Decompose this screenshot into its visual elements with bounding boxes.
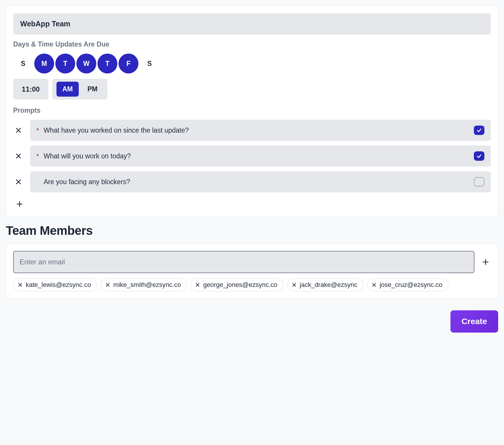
member-email: jack_drake@ezsync — [300, 281, 357, 289]
prompt-field[interactable]: *What will you work on today? — [30, 146, 491, 167]
days-row: SMTWTFS — [13, 54, 491, 73]
required-toggle[interactable] — [474, 126, 484, 135]
email-input[interactable] — [13, 251, 474, 273]
check-icon — [476, 153, 482, 159]
plus-icon — [16, 200, 23, 208]
create-button[interactable]: Create — [450, 310, 498, 333]
prompt-row: *What have you worked on since the last … — [13, 120, 491, 141]
prompt-row: Are you facing any blockers? — [13, 171, 491, 192]
add-prompt-button[interactable] — [14, 199, 25, 209]
team-name-input[interactable] — [13, 13, 491, 35]
member-email: kate_lewis@ezsync.co — [26, 281, 91, 289]
member-chip: jack_drake@ezsync — [287, 278, 364, 291]
add-member-button[interactable] — [480, 257, 491, 267]
member-chip: jose_cruz@ezsync.co — [367, 278, 448, 291]
remove-member-button[interactable] — [292, 282, 297, 287]
remove-prompt-button[interactable] — [13, 125, 24, 136]
prompt-field[interactable]: *What have you worked on since the last … — [30, 120, 491, 141]
remove-member-button[interactable] — [18, 282, 23, 287]
team-members-heading: Team Members — [6, 224, 498, 238]
required-toggle[interactable] — [474, 177, 484, 186]
member-chip: kate_lewis@ezsync.co — [13, 278, 97, 291]
member-email: jose_cruz@ezsync.co — [380, 281, 442, 289]
remove-member-button[interactable] — [105, 282, 110, 287]
time-input[interactable] — [13, 79, 48, 100]
remove-prompt-button[interactable] — [13, 151, 24, 161]
plus-icon — [482, 258, 489, 266]
prompt-text: What will you work on today? — [44, 152, 470, 160]
close-icon — [371, 282, 377, 287]
close-icon — [15, 178, 22, 185]
day-toggle-6[interactable]: S — [140, 54, 160, 73]
close-icon — [15, 153, 22, 160]
close-icon — [292, 282, 297, 287]
day-toggle-1[interactable]: M — [34, 54, 54, 73]
member-email: george_jones@ezsync.co — [203, 281, 277, 289]
team-members-card: kate_lewis@ezsync.comike_smith@ezsync.co… — [6, 244, 498, 299]
prompt-text: What have you worked on since the last u… — [44, 126, 470, 134]
prompt-text: Are you facing any blockers? — [44, 178, 470, 186]
remove-prompt-button[interactable] — [13, 177, 24, 187]
time-row: AM PM — [13, 79, 491, 100]
member-chips: kate_lewis@ezsync.comike_smith@ezsync.co… — [13, 278, 491, 291]
schedule-label: Days & Time Updates Are Due — [13, 40, 491, 48]
close-icon — [195, 282, 200, 287]
ampm-toggle: AM PM — [52, 79, 107, 100]
day-toggle-3[interactable]: W — [76, 54, 96, 73]
prompts-label: Prompts — [13, 107, 491, 114]
close-icon — [15, 127, 22, 134]
check-icon — [476, 127, 482, 133]
pm-button[interactable]: PM — [82, 82, 104, 97]
day-toggle-0[interactable]: S — [13, 54, 33, 73]
team-config-card: Days & Time Updates Are Due SMTWTFS AM P… — [6, 6, 498, 217]
close-icon — [105, 282, 110, 287]
member-chip: george_jones@ezsync.co — [191, 278, 283, 291]
required-indicator: * — [37, 127, 40, 134]
member-chip: mike_smith@ezsync.co — [101, 278, 187, 291]
member-email: mike_smith@ezsync.co — [113, 281, 181, 289]
day-toggle-5[interactable]: F — [119, 54, 138, 73]
close-icon — [18, 282, 23, 287]
day-toggle-4[interactable]: T — [97, 54, 117, 73]
remove-member-button[interactable] — [195, 282, 200, 287]
email-row — [13, 251, 491, 273]
required-indicator: * — [37, 153, 40, 159]
prompts-list: *What have you worked on since the last … — [13, 120, 491, 192]
day-toggle-2[interactable]: T — [55, 54, 75, 73]
footer-row: Create — [6, 310, 498, 333]
am-button[interactable]: AM — [56, 82, 79, 97]
prompt-row: *What will you work on today? — [13, 146, 491, 167]
required-toggle[interactable] — [474, 151, 484, 161]
prompt-field[interactable]: Are you facing any blockers? — [30, 171, 491, 192]
remove-member-button[interactable] — [371, 282, 377, 287]
